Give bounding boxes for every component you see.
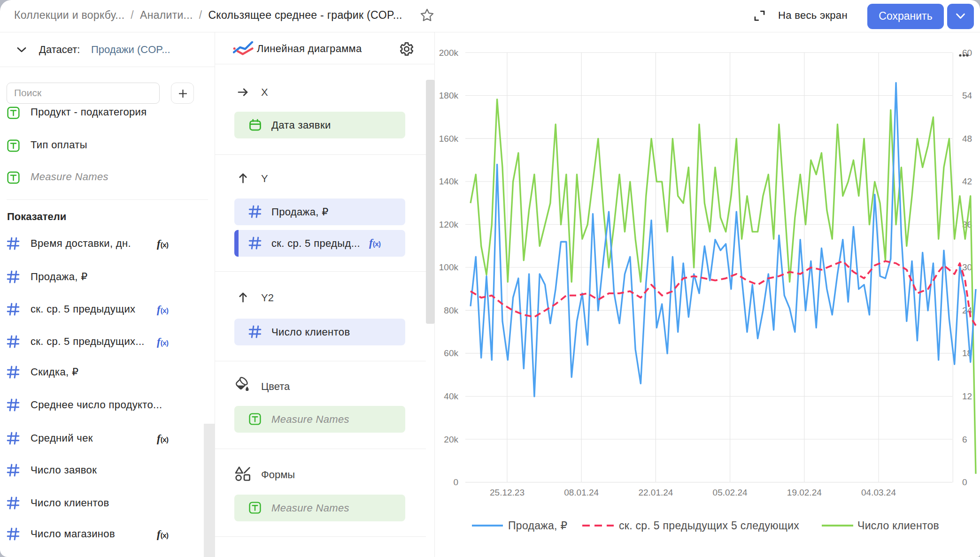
svg-text:25.12.23: 25.12.23 — [490, 488, 525, 497]
svg-text:0: 0 — [453, 477, 458, 487]
svg-text:40k: 40k — [444, 391, 458, 401]
svg-text:160k: 160k — [439, 134, 459, 144]
svg-text:30: 30 — [962, 262, 972, 272]
svg-text:20k: 20k — [444, 435, 458, 444]
svg-text:54: 54 — [962, 91, 972, 100]
svg-text:180k: 180k — [439, 91, 459, 100]
svg-text:80k: 80k — [444, 305, 458, 315]
svg-text:19.02.24: 19.02.24 — [787, 488, 822, 497]
svg-text:ск. ср. 5 предыдущих 5 следующ: ск. ср. 5 предыдущих 5 следующих — [619, 519, 799, 532]
svg-text:22.01.24: 22.01.24 — [638, 488, 673, 497]
svg-text:12: 12 — [962, 391, 972, 401]
svg-text:42: 42 — [962, 176, 972, 186]
svg-text:Число клиентов: Число клиентов — [857, 519, 939, 532]
svg-text:60k: 60k — [444, 348, 458, 358]
svg-text:100k: 100k — [439, 262, 459, 272]
svg-text:120k: 120k — [439, 220, 459, 229]
svg-text:04.03.24: 04.03.24 — [861, 488, 896, 497]
svg-text:08.01.24: 08.01.24 — [564, 488, 599, 497]
svg-text:6: 6 — [962, 435, 967, 444]
svg-text:Продажа, ₽: Продажа, ₽ — [508, 519, 567, 532]
svg-text:05.02.24: 05.02.24 — [713, 488, 748, 497]
svg-text:0: 0 — [962, 477, 967, 487]
svg-text:140k: 140k — [439, 176, 459, 186]
svg-text:48: 48 — [962, 134, 972, 144]
svg-text:200k: 200k — [439, 48, 459, 58]
